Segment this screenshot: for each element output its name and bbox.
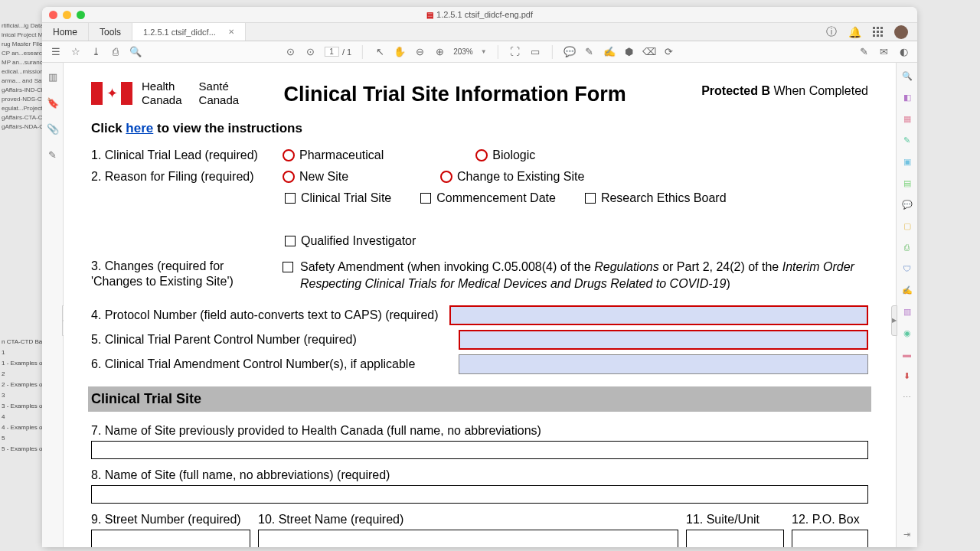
q7-label: 7. Name of Site previously provided to H… [91, 424, 868, 438]
signatures-icon[interactable]: ✎ [47, 148, 59, 161]
pdf-viewer-window: ▤ 1.2.5.1 ctsif_didcf-eng.pdf Home Tools… [42, 7, 917, 547]
print-icon[interactable]: ⎙ [109, 46, 122, 58]
collapse-panel-icon[interactable]: ⇥ [900, 527, 914, 541]
rotate-icon[interactable]: ⟳ [663, 46, 675, 58]
q5-label: 5. Clinical Trial Parent Control Number … [91, 333, 448, 347]
minimize-window-button[interactable] [63, 11, 71, 19]
redact-icon[interactable]: ▬ [900, 347, 914, 361]
sticky-note-icon[interactable]: ▢ [900, 219, 914, 233]
attachments-icon[interactable]: 📎 [47, 122, 59, 135]
radio-pharmaceutical[interactable]: Pharmaceutical [283, 148, 384, 162]
q3-text: Safety Amendment (when invoking C.05.008… [300, 259, 868, 292]
pointer-icon[interactable]: ↖ [374, 46, 386, 58]
sidebar-toggle-icon[interactable]: ☰ [50, 46, 62, 58]
comment-tool-icon[interactable]: 💬 [900, 197, 914, 211]
search-tool-icon[interactable]: 🔍 [900, 69, 914, 83]
certificates-icon[interactable]: ◉ [900, 326, 914, 340]
user-avatar[interactable] [894, 25, 908, 39]
input-amendment-control-number[interactable] [459, 354, 868, 374]
instructions-link[interactable]: here [126, 121, 153, 135]
radio-icon [283, 171, 295, 183]
erase-icon[interactable]: ⌫ [643, 46, 655, 58]
input-suite-unit[interactable] [686, 530, 784, 547]
check-research-ethics[interactable]: Research Ethics Board [585, 191, 727, 205]
document-viewport[interactable]: ✦ HealthCanada SantéCanada Clinical Tria… [64, 63, 896, 547]
instructions-line: Click here to view the instructions [91, 121, 868, 136]
create-pdf-icon[interactable]: ◧ [900, 90, 914, 104]
hand-icon[interactable]: ✋ [394, 46, 406, 58]
tab-home[interactable]: Home [42, 23, 89, 41]
input-protocol-number[interactable] [449, 305, 868, 325]
zoom-in-icon[interactable]: ⊕ [433, 46, 446, 58]
close-window-button[interactable] [49, 11, 57, 19]
comment-icon[interactable]: 💬 [564, 46, 576, 58]
protected-label: Protected B When Completed [701, 80, 868, 98]
fill-sign-icon[interactable]: ✍ [900, 283, 914, 297]
draw-icon[interactable]: ✍ [603, 46, 616, 58]
protect-icon[interactable]: 🛡 [900, 262, 914, 276]
radio-icon [440, 171, 452, 183]
right-panel-expand[interactable]: ▶ [891, 305, 897, 336]
left-nav-rail: ▥ 🔖 📎 ✎ [42, 63, 64, 547]
q12-label: 12. P.O. Box [792, 513, 868, 527]
stamp-icon[interactable]: ⬢ [623, 46, 635, 58]
account-icon[interactable]: ◐ [897, 46, 910, 58]
q9-label: 9. Street Number (required) [91, 513, 250, 527]
share-icon[interactable]: ✎ [858, 46, 870, 58]
checkbox-icon [285, 193, 296, 204]
window-controls [49, 11, 85, 19]
checkbox-icon [285, 236, 296, 246]
zoom-level[interactable]: 203% [453, 47, 473, 56]
prepare-form-icon[interactable]: ▥ [900, 305, 914, 318]
check-safety-amendment[interactable] [283, 262, 293, 272]
toolbar: ☰ ☆ ⤓ ⎙ 🔍 ⊙ ⊙ 1 / 1 ↖ ✋ ⊖ ⊕ 203% ▼ ⛶ ▭ 💬 [42, 41, 917, 63]
maximize-window-button[interactable] [77, 11, 85, 19]
radio-change-site[interactable]: Change to Existing Site [440, 170, 584, 184]
input-site-previous-name[interactable] [91, 441, 868, 459]
check-qualified-investigator[interactable]: Qualified Investigator [285, 234, 416, 248]
radio-new-site[interactable]: New Site [283, 170, 348, 184]
scan-icon[interactable]: ⎙ [900, 240, 914, 254]
edit-pdf-icon[interactable]: ✎ [900, 133, 914, 147]
input-parent-control-number[interactable] [459, 330, 868, 350]
radio-biologic[interactable]: Biologic [475, 148, 535, 162]
search-icon[interactable]: 🔍 [129, 46, 142, 58]
compress-icon[interactable]: ⬇ [900, 369, 914, 383]
thumbnails-icon[interactable]: ▥ [47, 70, 59, 83]
page-up-icon[interactable]: ⊙ [284, 46, 296, 58]
q3-label: 3. Changes (required for'Changes to Exis… [91, 259, 283, 289]
pdf-form-page: ✦ HealthCanada SantéCanada Clinical Tria… [64, 63, 896, 547]
help-icon[interactable]: ⓘ [825, 26, 838, 38]
tab-document[interactable]: 1.2.5.1 ctsif_didcf... ✕ [132, 23, 246, 41]
export-pdf-icon[interactable]: ▣ [900, 155, 914, 168]
organize-icon[interactable]: ▤ [900, 176, 914, 190]
input-street-number[interactable] [91, 530, 250, 547]
read-mode-icon[interactable]: ▭ [529, 46, 541, 58]
form-title: Clinical Trial Site Information Form [208, 80, 701, 106]
check-commencement-date[interactable]: Commencement Date [420, 191, 556, 205]
background-toc: n CTA-CTD Bac11 - Examples of 22 - Examp… [0, 337, 42, 455]
star-icon[interactable]: ☆ [70, 46, 82, 58]
zoom-out-icon[interactable]: ⊖ [413, 46, 426, 58]
window-title: ▤ 1.2.5.1 ctsif_didcf-eng.pdf [426, 10, 533, 19]
input-po-box[interactable] [792, 530, 868, 547]
background-file-list: rtificial...ig Data Iinical Project Mrug… [0, 21, 42, 132]
highlight-icon[interactable]: ✎ [583, 46, 596, 58]
bookmark-icon[interactable]: 🔖 [47, 96, 59, 109]
more-tools-icon[interactable]: ⋯ [900, 390, 914, 404]
combine-icon[interactable]: ▦ [900, 112, 914, 126]
section-clinical-trial-site: Clinical Trial Site [88, 386, 871, 412]
email-icon[interactable]: ✉ [877, 46, 890, 58]
check-clinical-trial-site[interactable]: Clinical Trial Site [285, 191, 391, 205]
right-tools-rail: 🔍 ◧ ▦ ✎ ▣ ▤ 💬 ▢ ⎙ 🛡 ✍ ▥ ◉ ▬ ⬇ ⋯ ⇥ [896, 63, 917, 547]
apps-icon[interactable] [871, 26, 884, 38]
notifications-icon[interactable]: 🔔 [848, 26, 861, 38]
input-site-name[interactable] [91, 485, 868, 504]
fit-width-icon[interactable]: ⛶ [509, 46, 521, 58]
tab-tools[interactable]: Tools [89, 23, 132, 41]
save-icon[interactable]: ⤓ [90, 46, 102, 58]
q6-label: 6. Clinical Trial Amendment Control Numb… [91, 357, 448, 371]
input-street-name[interactable] [258, 530, 678, 547]
close-tab-icon[interactable]: ✕ [228, 28, 234, 36]
page-down-icon[interactable]: ⊙ [304, 46, 316, 58]
